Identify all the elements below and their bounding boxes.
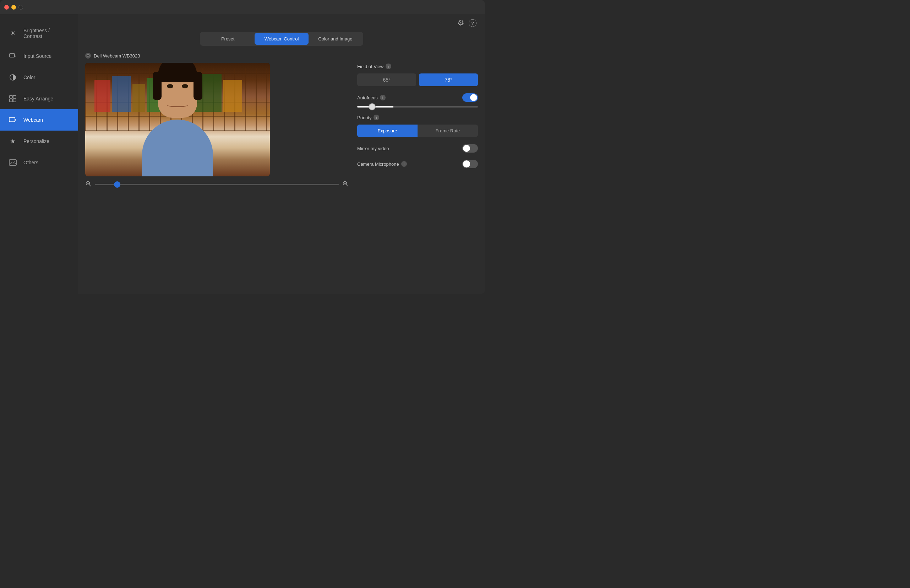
right-panel: Field of View i 65° 78° Autofocus i: [357, 53, 478, 287]
camera-mic-label-row: Camera Microphone i: [357, 161, 407, 167]
zoom-row: [85, 181, 349, 189]
fov-info-icon[interactable]: i: [385, 63, 391, 69]
sidebar-item-webcam[interactable]: Webcam: [0, 109, 78, 131]
webcam-device-name: Dell Webcam WB3023: [94, 53, 140, 58]
svg-rect-7: [9, 160, 16, 165]
zoom-in-icon: [342, 181, 349, 189]
color-icon: [8, 73, 17, 82]
svg-rect-5: [13, 99, 16, 102]
fov-label: Field of View: [357, 64, 384, 69]
webcam-indicator-dot: [85, 53, 91, 58]
mirror-label: Mirror my video: [357, 146, 389, 151]
priority-section: Priority i Exposure Frame Rate: [357, 115, 478, 137]
autofocus-label-row: Autofocus i: [357, 95, 385, 100]
svg-point-9: [87, 55, 89, 57]
sidebar-item-color[interactable]: Color: [0, 67, 78, 88]
camera-mic-toggle-thumb: [463, 160, 470, 168]
settings-icon: ⚙: [457, 18, 465, 27]
tab-webcam-control[interactable]: Webcam Control: [254, 33, 308, 45]
personalize-icon: ★: [8, 137, 17, 145]
input-source-icon: [8, 52, 17, 60]
priority-framerate-button[interactable]: Frame Rate: [418, 124, 478, 137]
sidebar-label-personalize: Personalize: [23, 138, 49, 144]
zoom-slider[interactable]: [95, 184, 339, 185]
fov-78-button[interactable]: 78°: [419, 73, 478, 86]
autofocus-row: Autofocus i: [357, 93, 478, 102]
settings-button[interactable]: ⚙: [457, 18, 465, 27]
tab-color-image[interactable]: Color and Image: [309, 33, 362, 45]
easy-arrange-icon: [8, 94, 17, 103]
camera-mic-section: Camera Microphone i: [357, 160, 478, 168]
others-icon: [8, 158, 17, 167]
autofocus-info-icon[interactable]: i: [380, 95, 385, 100]
content: ⚙ ? Preset Webcam Control Color and Imag…: [78, 14, 485, 294]
minimize-button[interactable]: [11, 5, 16, 10]
sidebar-label-others: Others: [23, 160, 38, 165]
tab-bar: Preset Webcam Control Color and Image: [200, 32, 363, 46]
brightness-icon: ☀: [8, 29, 17, 38]
video-panel: Dell Webcam WB3023: [85, 53, 349, 287]
top-header: ⚙ ?: [78, 14, 485, 27]
webcam-icon: [8, 116, 17, 124]
sidebar-label-color: Color: [23, 74, 35, 80]
app-body: ☀ Brightness / Contrast Input Source Col…: [0, 14, 485, 294]
video-container: [85, 63, 270, 176]
priority-info-icon[interactable]: i: [374, 115, 379, 120]
camera-mic-row: Camera Microphone i: [357, 160, 478, 168]
svg-rect-3: [13, 95, 16, 98]
header-icons: ⚙ ?: [457, 18, 476, 27]
sidebar-item-others[interactable]: Others: [0, 152, 78, 173]
tab-preset[interactable]: Preset: [201, 33, 254, 45]
traffic-lights: [4, 5, 23, 10]
svg-rect-6: [9, 118, 15, 122]
sidebar-label-brightness: Brightness / Contrast: [23, 27, 70, 39]
webcam-label-row: Dell Webcam WB3023: [85, 53, 349, 58]
autofocus-toggle[interactable]: [462, 93, 478, 102]
sidebar: ☀ Brightness / Contrast Input Source Col…: [0, 14, 78, 294]
main-split: Dell Webcam WB3023: [78, 53, 485, 294]
autofocus-slider[interactable]: [357, 106, 478, 108]
camera-mic-info-icon[interactable]: i: [401, 161, 407, 167]
person-silhouette: [142, 63, 213, 176]
priority-exposure-button[interactable]: Exposure: [357, 124, 418, 137]
mirror-toggle-thumb: [463, 145, 470, 152]
svg-rect-2: [10, 95, 13, 98]
autofocus-label: Autofocus: [357, 95, 378, 100]
mirror-toggle[interactable]: [462, 144, 478, 153]
webcam-preview: [85, 63, 270, 176]
close-button[interactable]: [4, 5, 9, 10]
sidebar-label-webcam: Webcam: [23, 117, 43, 123]
svg-rect-4: [10, 99, 13, 102]
autofocus-toggle-thumb: [470, 94, 477, 101]
maximize-button[interactable]: [18, 5, 23, 10]
help-button[interactable]: ?: [469, 18, 476, 27]
svg-line-14: [347, 185, 348, 187]
sidebar-item-easy-arrange[interactable]: Easy Arrange: [0, 88, 78, 109]
tab-bar-wrapper: Preset Webcam Control Color and Image: [78, 27, 485, 53]
priority-label: Priority: [357, 115, 371, 120]
priority-label-row: Priority i: [357, 115, 478, 120]
sidebar-label-easy-arrange: Easy Arrange: [23, 96, 53, 102]
mirror-row: Mirror my video: [357, 144, 478, 153]
fov-buttons: 65° 78°: [357, 73, 478, 86]
sidebar-item-personalize[interactable]: ★ Personalize: [0, 131, 78, 152]
sidebar-item-input-source[interactable]: Input Source: [0, 45, 78, 67]
priority-buttons: Exposure Frame Rate: [357, 124, 478, 137]
camera-mic-toggle[interactable]: [462, 160, 478, 168]
autofocus-section: Autofocus i: [357, 93, 478, 108]
svg-rect-0: [10, 53, 15, 57]
camera-mic-label: Camera Microphone: [357, 162, 399, 167]
mirror-section: Mirror my video: [357, 144, 478, 153]
sidebar-item-brightness-contrast[interactable]: ☀ Brightness / Contrast: [0, 21, 78, 45]
help-icon: ?: [469, 19, 476, 27]
field-of-view-section: Field of View i 65° 78°: [357, 63, 478, 86]
titlebar: [0, 0, 485, 14]
sidebar-label-input-source: Input Source: [23, 53, 52, 59]
svg-line-11: [89, 185, 91, 187]
zoom-out-icon: [85, 181, 92, 189]
fov-65-button[interactable]: 65°: [357, 73, 416, 86]
fov-label-row: Field of View i: [357, 63, 478, 69]
